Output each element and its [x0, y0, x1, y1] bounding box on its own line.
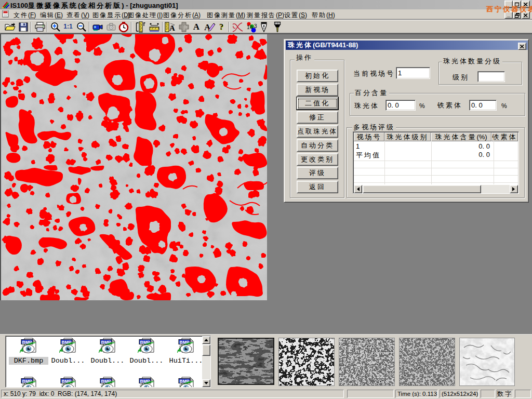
svg-text:3: 3 [254, 23, 257, 29]
svg-text:a: a [250, 24, 253, 30]
